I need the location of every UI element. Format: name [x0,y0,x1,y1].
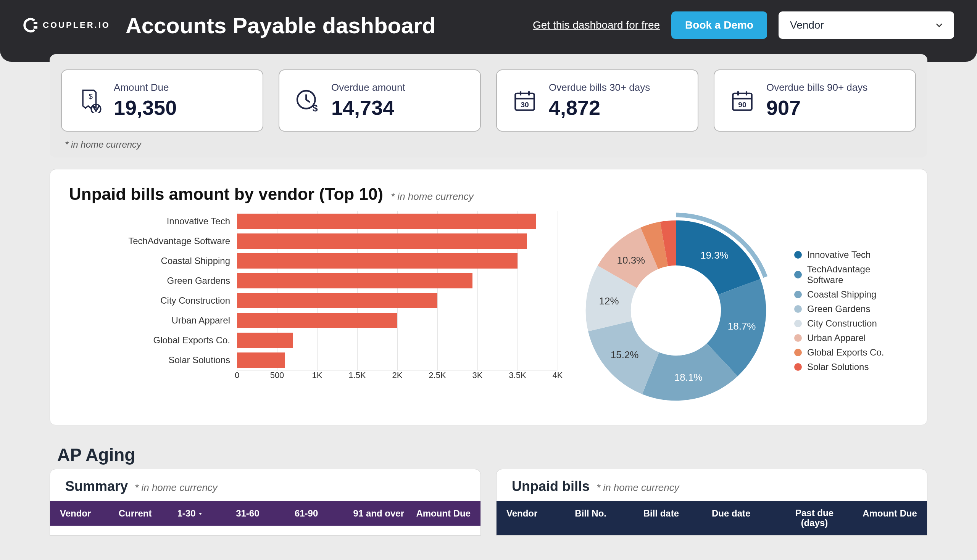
bar-label: TechAdvantage Software [104,236,237,247]
kpi-label: Overdue bills 30+ days [549,82,650,93]
bar-fill [237,213,536,229]
legend-swatch [794,271,802,278]
svg-rect-1 [33,26,37,28]
vendor-chart-title: Unpaid bills amount by vendor (Top 10) [69,185,383,204]
donut-chart: 19.3%18.7%18.1%15.2%12%10.3% [573,211,779,410]
svg-text:30: 30 [521,100,529,108]
bar-row: TechAdvantage Software [104,231,558,251]
unpaid-title: Unpaid bills [512,478,590,494]
table-header-cell: Amount Due [412,508,471,519]
donut-slice-label: 19.3% [700,250,728,261]
table-header-cell: Vendor [60,508,119,519]
legend-label: City Construction [807,318,877,329]
table-header-cell: Vendor [506,508,575,528]
bar-fill [237,233,527,249]
summary-table-header: VendorCurrent1-3031-6061-9091 and overAm… [50,501,481,526]
legend-label: Global Exports Co. [807,347,884,358]
bar-label: Innovative Tech [104,216,237,227]
legend-item: Solar Solutions [794,362,908,372]
legend-item: Global Exports Co. [794,347,908,358]
bar-label: Solar Solutions [104,355,237,365]
bar-row: Urban Apparel [104,310,558,330]
legend-item: Urban Apparel [794,333,908,343]
donut-slice-label: 10.3% [617,255,645,266]
table-header-cell: Current [119,508,177,519]
kpi-value: 14,734 [331,96,405,119]
donut-legend: Innovative TechTechAdvantage SoftwareCoa… [794,211,908,376]
donut-slice-label: 12% [599,295,619,307]
axis-tick: 1K [312,370,322,380]
kpi-card: 90Overdue bills 90+ days907 [714,70,916,132]
legend-label: Urban Apparel [807,333,865,343]
table-header-cell: 61-90 [295,508,353,519]
vendor-filter-label: Vendor [790,19,824,31]
table-header-cell: 31-60 [236,508,295,519]
kpi-label: Overdue bills 90+ days [767,82,867,93]
legend-item: City Construction [794,318,908,329]
summary-title: Summary [65,478,128,494]
legend-item: Green Gardens [794,303,908,314]
table-header-cell: Bill date [643,508,712,528]
table-header-cell: 91 and over [353,508,412,519]
bar-label: City Construction [104,295,237,306]
legend-swatch [794,291,802,298]
kpi-label: Overdue amount [331,82,405,93]
bar-row: Coastal Shipping [104,251,558,271]
kpi-card: $Overdue amount14,734 [279,70,481,132]
table-header-cell: Bill No. [575,508,643,528]
chevron-down-icon [936,19,943,31]
table-header-cell: Amount Due [849,508,917,528]
table-header-cell: Past due(days) [780,508,848,528]
bar-fill [237,253,518,268]
axis-tick: 4K [553,370,563,380]
donut-slice-label: 15.2% [611,349,639,360]
legend-swatch [794,251,802,258]
sort-caret-down-icon [198,508,203,519]
bar-label: Coastal Shipping [104,256,237,266]
legend-item: Coastal Shipping [794,289,908,300]
legend-label: Coastal Shipping [807,289,876,300]
donut-slice-label: 18.7% [728,320,756,332]
legend-item: TechAdvantage Software [794,264,908,285]
bar-fill [237,293,438,308]
axis-tick: 0 [235,370,239,380]
get-dashboard-link[interactable]: Get this dashboard for free [533,19,660,31]
legend-swatch [794,363,802,371]
bar-fill [237,333,293,348]
legend-label: TechAdvantage Software [807,264,908,285]
axis-tick: 1.5K [349,370,366,380]
page-title: Accounts Payable dashboard [125,13,518,38]
svg-text:90: 90 [738,100,746,108]
unpaid-bills-panel: Unpaid bills * in home currency VendorBi… [496,469,927,536]
vendor-filter-dropdown[interactable]: Vendor [778,12,954,39]
legend-swatch [794,349,802,356]
bar-fill [237,273,473,288]
kpi-card: $Amount Due19,350 [61,70,263,132]
kpi-value: 19,350 [114,96,177,119]
legend-label: Innovative Tech [807,250,870,260]
bar-row: Green Gardens [104,271,558,291]
bar-chart: Innovative TechTechAdvantage SoftwareCoa… [69,211,558,385]
bar-fill [237,352,285,368]
bar-row: Solar Solutions [104,350,558,370]
table-header-cell[interactable]: 1-30 [177,508,236,519]
legend-label: Green Gardens [807,303,870,314]
table-header-cell: Due date [712,508,780,528]
legend-label: Solar Solutions [807,362,868,372]
axis-tick: 2K [392,370,402,380]
vendor-chart-note: * in home currency [391,191,474,203]
kpi-label: Amount Due [114,82,177,93]
axis-tick: 3.5K [509,370,526,380]
bar-label: Urban Apparel [104,315,237,326]
svg-text:$: $ [312,103,318,113]
legend-swatch [794,334,802,342]
bar-row: City Construction [104,291,558,310]
app-header: COUPLER.IO Accounts Payable dashboard Ge… [0,0,977,62]
vendor-chart-card: Unpaid bills amount by vendor (Top 10) *… [50,169,927,425]
ap-aging-title: AP Aging [57,444,927,465]
receipt-alert-icon: $ [77,88,102,113]
legend-item: Innovative Tech [794,250,908,260]
bar-label: Global Exports Co. [104,335,237,346]
book-demo-button[interactable]: Book a Demo [671,12,767,39]
bar-label: Green Gardens [104,275,237,286]
